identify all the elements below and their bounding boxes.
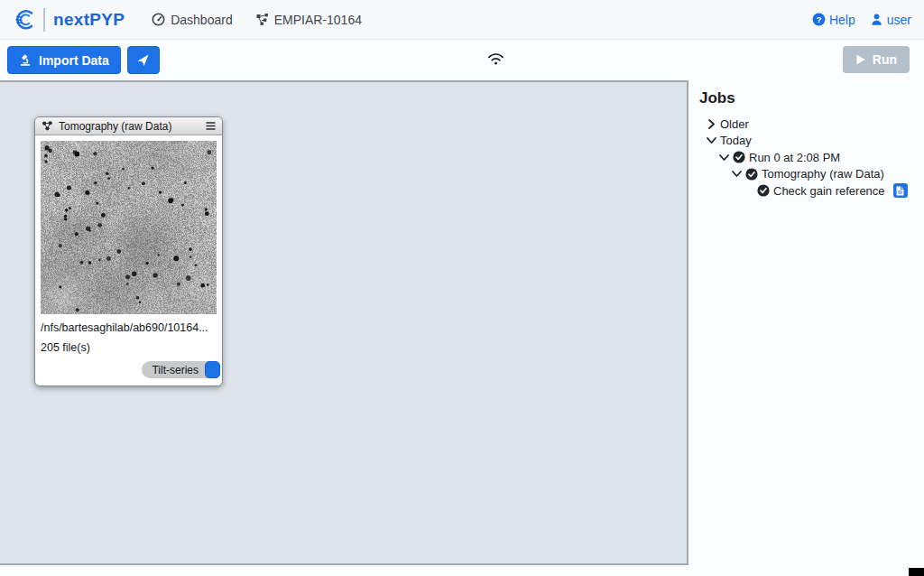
tilt-series-label: Tilt-series: [152, 364, 199, 376]
run-button[interactable]: Run: [843, 46, 910, 73]
jobs-tree-item-older[interactable]: Older: [698, 116, 924, 133]
help-icon: ?: [812, 13, 826, 26]
user-icon: [870, 13, 883, 26]
jobs-title: Jobs: [699, 89, 924, 107]
jobs-tree-item-run0[interactable]: Run 0 at 2:08 PM: [698, 149, 924, 166]
card-body: /nfs/bartesaghilab/ab690/10164... 205 fi…: [35, 135, 222, 386]
project-toolbar: Import Data Run: [0, 40, 924, 80]
microscope-icon: [19, 53, 32, 67]
help-link[interactable]: ? Help: [812, 13, 855, 27]
card-header-drag-handle[interactable]: Tomography (raw Data): [35, 117, 222, 135]
import-data-button[interactable]: Import Data: [7, 46, 121, 74]
tree-item-label: Run 0 at 2:08 PM: [749, 151, 840, 164]
nextpyp-logo[interactable]: nextPYP: [13, 7, 125, 32]
brand-divider: [43, 8, 45, 32]
top-navigation-bar: nextPYP Dashboard: [0, 0, 924, 40]
tree-item-label: Older: [720, 117, 749, 131]
toggle-knob[interactable]: [205, 361, 220, 378]
help-label: Help: [829, 13, 855, 27]
nav-item-label: EMPIAR-10164: [274, 13, 362, 27]
check-circle-icon: [733, 151, 745, 163]
cluster-icon: [42, 120, 53, 132]
nav-item-project[interactable]: EMPIAR-10164: [256, 13, 362, 27]
project-sitemap-icon: [256, 14, 269, 26]
nav-item-dashboard[interactable]: Dashboard: [152, 13, 233, 27]
jobs-tree-item-tomography[interactable]: Tomography (raw Data): [698, 166, 924, 183]
tomography-block-card[interactable]: Tomography (raw Data) /nfs/bartesaghilab…: [34, 116, 223, 386]
data-path-text: /nfs/bartesaghilab/ab690/10164...: [41, 321, 217, 334]
jobs-panel: Jobs Older Today Run 0 at 2:08 PM Tomogr…: [688, 80, 924, 576]
project-canvas[interactable]: Tomography (raw Data) /nfs/bartesaghilab…: [0, 80, 688, 565]
check-circle-icon: [757, 184, 770, 197]
scrollbar-corner: [909, 568, 924, 576]
card-menu-icon[interactable]: [206, 122, 216, 130]
user-label: user: [887, 13, 911, 27]
check-circle-icon: [745, 168, 758, 181]
brand-name: nextPYP: [53, 10, 125, 30]
tilt-series-toggle[interactable]: Tilt-series: [142, 361, 220, 378]
chevron-down-icon[interactable]: [732, 169, 742, 179]
tree-item-label: Today: [720, 134, 752, 147]
micrograph-preview-image: [41, 141, 217, 314]
user-menu[interactable]: user: [870, 13, 911, 27]
play-icon: [855, 54, 866, 65]
import-data-label: Import Data: [39, 53, 109, 68]
tree-item-label: Tomography (raw Data): [762, 167, 884, 181]
nav-item-label: Dashboard: [171, 13, 233, 27]
chevron-right-icon[interactable]: [707, 119, 716, 129]
dashboard-gauge-icon: [152, 13, 165, 26]
connection-status-icon: [487, 51, 504, 66]
top-right-links: ? Help user: [812, 13, 911, 27]
badge-row: Tilt-series: [41, 361, 220, 378]
card-title: Tomography (raw Data): [59, 120, 200, 133]
chevron-down-icon[interactable]: [707, 135, 716, 145]
location-arrow-icon: [136, 53, 150, 67]
breadcrumb: Dashboard EMPIAR-10164: [152, 13, 362, 27]
chevron-down-icon[interactable]: [719, 153, 729, 163]
run-label: Run: [873, 52, 897, 67]
jobs-tree-item-check-gain[interactable]: Check gain reference: [698, 182, 924, 200]
swirl-logo-icon: [13, 7, 37, 32]
log-file-badge[interactable]: [893, 183, 908, 198]
jobs-tree-item-today[interactable]: Today: [698, 133, 924, 150]
navigate-button[interactable]: [127, 46, 160, 74]
tree-item-label: Check gain reference: [773, 184, 885, 198]
file-count-text: 205 file(s): [41, 341, 217, 354]
svg-text:?: ?: [817, 15, 822, 24]
